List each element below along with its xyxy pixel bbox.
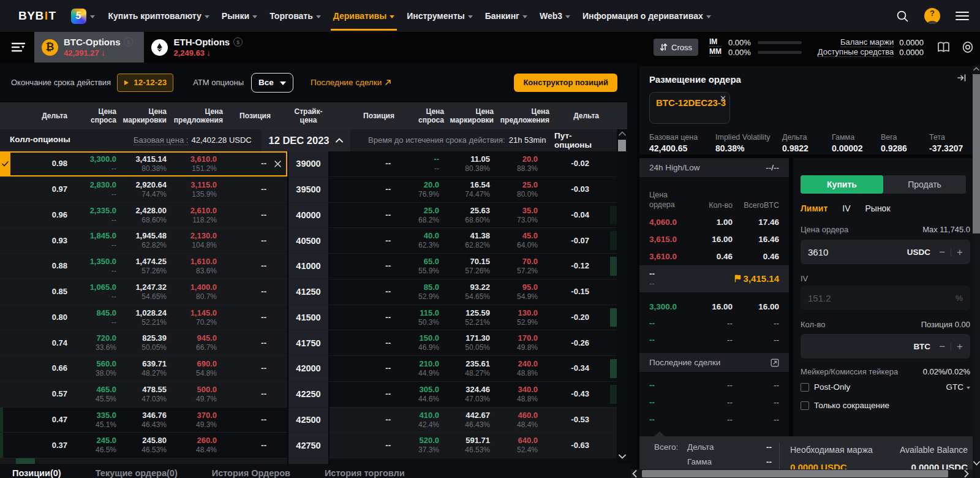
put-delta[interactable]: -0.15 — [538, 279, 589, 305]
nav-item-5[interactable]: Банкинг — [485, 11, 527, 21]
call-delta[interactable]: 0.85 — [0, 279, 67, 305]
call-ask[interactable]: 370.049.3% — [167, 408, 217, 433]
call-position[interactable]: -- — [217, 433, 266, 458]
vertical-scrollbar-thumb[interactable] — [973, 74, 980, 233]
atm-options-select[interactable]: Все — [251, 73, 293, 93]
put-delta[interactable]: -0.53 — [538, 408, 589, 433]
call-delta[interactable]: 0.88 — [0, 254, 67, 279]
nav-item-0[interactable]: Купить криптовалюту — [108, 11, 209, 21]
column-header[interactable]: Дельта — [0, 112, 67, 120]
vertical-scrollbar[interactable] — [973, 66, 980, 478]
call-ask[interactable]: 690.054.8% — [167, 356, 217, 381]
strike-41750[interactable]: 41750 — [287, 330, 330, 356]
column-header[interactable]: Цена маркировки — [444, 107, 494, 124]
post-only-checkbox[interactable] — [801, 383, 809, 392]
minus-icon[interactable]: − — [939, 341, 945, 352]
put-bid[interactable]: 40.062.3% — [391, 228, 439, 253]
trade-row[interactable]: ------ — [649, 414, 779, 424]
put-ask[interactable]: 340.048.8% — [490, 382, 538, 407]
bottom-tab-0[interactable]: Позиции(0) — [12, 464, 61, 478]
call-position[interactable]: -- — [217, 151, 266, 176]
put-bid[interactable]: 85.052.9% — [391, 279, 439, 305]
put-bid[interactable]: 150.046.9% — [391, 330, 439, 355]
order-price-max[interactable]: Max 11,745.0 — [922, 225, 970, 234]
strike-41250[interactable]: 41250 — [287, 279, 330, 305]
put-mark[interactable]: 591.7146.53% — [439, 433, 490, 458]
call-delta[interactable]: 0.66 — [0, 356, 67, 381]
put-position[interactable]: -- — [330, 408, 391, 433]
order-type-0[interactable]: Лимит — [801, 203, 827, 213]
call-mark[interactable]: 825.3950.05% — [116, 330, 167, 355]
call-bid[interactable]: 1,065.0-- — [67, 279, 116, 305]
put-ask[interactable]: 640.052.4% — [490, 433, 538, 458]
bid-row[interactable]: 3,300.016.0016.00 — [649, 302, 779, 311]
call-position[interactable]: -- — [217, 279, 266, 305]
bybit-logo[interactable]: BYBIT — [18, 9, 56, 23]
search-icon[interactable] — [896, 10, 909, 23]
put-bid[interactable]: 65.055.9% — [391, 254, 439, 279]
column-header[interactable]: Цена предложения — [167, 107, 223, 124]
call-mark[interactable]: 1,945.4862.82% — [116, 228, 167, 253]
expiry-date-chip[interactable]: 12-12-23 — [117, 74, 173, 92]
call-bid[interactable]: 1,845.0-- — [67, 228, 116, 253]
nav-item-2[interactable]: Торговать — [270, 11, 321, 21]
bottom-tab-3[interactable]: История торговли — [325, 464, 405, 478]
trade-row[interactable]: ------ — [649, 380, 779, 390]
put-delta[interactable]: -0.26 — [538, 330, 589, 355]
put-position[interactable]: -- — [330, 151, 391, 176]
expiry-group-header[interactable]: 12 DEC 2023 — [261, 129, 350, 151]
call-bid[interactable]: 845.0-- — [67, 305, 116, 330]
call-mark[interactable]: 2,428.0068.60% — [116, 203, 167, 228]
put-position[interactable]: -- — [330, 382, 391, 407]
put-ask[interactable]: 170.049.8% — [490, 330, 538, 355]
call-ask[interactable]: 1,610.083.6% — [167, 254, 217, 279]
scroll-down-icon[interactable] — [973, 461, 980, 466]
order-type-1[interactable]: IV — [842, 203, 850, 213]
call-mark[interactable]: 1,247.3254.65% — [116, 279, 167, 305]
column-header[interactable]: Цена предложения — [494, 107, 549, 124]
call-bid[interactable]: 1,350.0-- — [67, 254, 116, 279]
column-header[interactable]: Позиция — [330, 112, 394, 120]
call-ask[interactable]: 2,130.0104.8% — [167, 228, 217, 253]
call-bid[interactable]: 3,300.0-- — [67, 151, 116, 176]
avatar[interactable]: ? — [924, 8, 940, 24]
call-delta[interactable]: 0.80 — [0, 305, 67, 330]
column-header[interactable]: Цена маркировки — [116, 107, 167, 124]
put-ask[interactable]: 130.052.9% — [490, 305, 538, 330]
call-bid[interactable]: 560.038.0% — [67, 356, 116, 381]
call-bid[interactable]: 2,830.0-- — [67, 177, 116, 202]
menu-icon[interactable] — [956, 11, 969, 21]
call-position[interactable]: -- — [217, 228, 266, 253]
call-mark[interactable]: 346.7646.43% — [116, 408, 167, 433]
nav-item-1[interactable]: Рынки — [222, 11, 257, 21]
bid-row[interactable]: ------ — [649, 335, 779, 344]
mm-label[interactable]: MM — [709, 48, 722, 56]
strike-41000[interactable]: 41000 — [287, 254, 330, 279]
bottom-tab-1[interactable]: Текущие ордера(0) — [96, 464, 178, 478]
put-bid[interactable]: 410.042.4% — [391, 408, 439, 433]
call-bid[interactable]: 2,335.0-- — [67, 203, 116, 228]
margin-balance-label[interactable]: Баланс маржи — [840, 38, 894, 47]
order-type-2[interactable]: Рынок — [865, 203, 890, 213]
put-bid[interactable]: 305.044.6% — [391, 382, 439, 407]
call-mark[interactable]: 245.8046.53% — [116, 433, 167, 458]
call-position[interactable]: -- — [217, 254, 266, 279]
put-bid[interactable]: 210.044.9% — [391, 356, 439, 381]
call-mark[interactable]: 639.7148.27% — [116, 356, 167, 381]
scroll-left-icon[interactable] — [632, 469, 637, 478]
call-ask[interactable]: 945.066.7% — [167, 330, 217, 355]
put-bid[interactable]: 520.037.3% — [391, 433, 439, 458]
put-ask[interactable]: 240.048.8% — [490, 356, 538, 381]
put-delta[interactable]: -0.20 — [538, 305, 589, 330]
call-delta[interactable]: 0.97 — [0, 177, 67, 202]
call-position[interactable]: -- — [217, 305, 266, 330]
scroll-up-icon[interactable] — [617, 131, 627, 136]
call-mark[interactable]: 1,028.2452.21% — [116, 305, 167, 330]
put-position[interactable]: -- — [330, 177, 391, 202]
call-ask[interactable]: 1,145.070.2% — [167, 305, 217, 330]
nav-item-3[interactable]: Деривативы — [333, 11, 394, 21]
put-mark[interactable]: 235.6148.27% — [439, 356, 490, 381]
put-bid[interactable]: ---- — [391, 151, 439, 176]
trade-row[interactable]: ------ — [649, 397, 779, 407]
call-position[interactable]: -- — [217, 408, 266, 433]
